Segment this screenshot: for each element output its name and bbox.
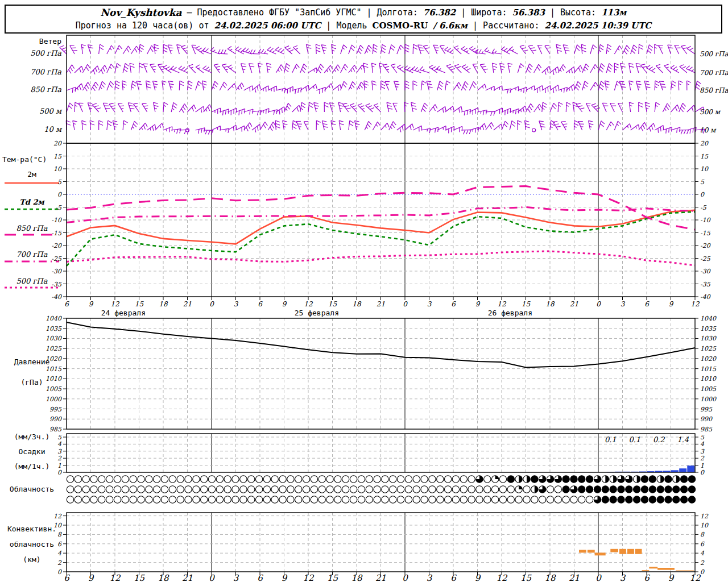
- svg-text:10: 10: [53, 522, 62, 529]
- svg-text:6: 6: [644, 300, 650, 308]
- meteogram-chart: 2020151510105500-5-5-10-10-15-15-20-20-2…: [0, 0, 728, 582]
- svg-text:15: 15: [134, 573, 146, 582]
- svg-text:700 гПа: 700 гПа: [700, 69, 728, 77]
- svg-text:-10: -10: [51, 217, 62, 224]
- svg-text:6: 6: [57, 541, 62, 548]
- svg-text:21: 21: [183, 300, 192, 308]
- svg-text:-30: -30: [700, 268, 711, 275]
- svg-text:12: 12: [690, 300, 700, 308]
- svg-text:12: 12: [497, 300, 507, 308]
- svg-text:0: 0: [595, 573, 602, 582]
- svg-text:1015: 1015: [700, 365, 717, 373]
- svg-text:0: 0: [700, 568, 705, 576]
- svg-text:-25: -25: [51, 255, 62, 263]
- svg-text:10: 10: [700, 522, 709, 529]
- svg-text:6: 6: [64, 300, 69, 308]
- svg-text:6: 6: [451, 300, 456, 308]
- svg-text:6: 6: [644, 573, 650, 582]
- svg-text:0: 0: [209, 573, 215, 582]
- svg-text:3: 3: [620, 573, 626, 582]
- svg-text:1.4: 1.4: [677, 435, 689, 444]
- svg-text:0: 0: [402, 573, 408, 582]
- svg-text:0: 0: [700, 469, 705, 476]
- svg-text:-35: -35: [700, 281, 711, 288]
- svg-text:500 м: 500 м: [700, 108, 721, 116]
- svg-text:-30: -30: [51, 268, 62, 275]
- svg-text:1040: 1040: [700, 315, 717, 322]
- svg-text:995: 995: [700, 406, 713, 413]
- svg-text:9: 9: [475, 573, 481, 582]
- svg-text:985: 985: [700, 426, 713, 433]
- svg-text:15: 15: [53, 153, 62, 160]
- svg-text:5: 5: [700, 434, 705, 441]
- svg-text:9: 9: [475, 300, 481, 308]
- svg-text:9: 9: [88, 573, 94, 582]
- svg-text:9: 9: [282, 573, 288, 582]
- svg-text:1010: 1010: [46, 375, 62, 383]
- svg-text:1030: 1030: [700, 335, 717, 342]
- svg-text:0: 0: [700, 191, 705, 198]
- svg-text:500 гПа: 500 гПа: [700, 50, 728, 58]
- svg-text:15: 15: [327, 573, 339, 582]
- svg-text:3: 3: [700, 448, 705, 455]
- svg-text:1020: 1020: [700, 355, 717, 363]
- svg-text:2: 2: [700, 559, 705, 567]
- svg-text:12: 12: [689, 573, 701, 582]
- svg-text:-40: -40: [51, 293, 62, 301]
- svg-text:4: 4: [700, 440, 705, 448]
- svg-text:-10: -10: [700, 217, 711, 224]
- svg-text:1000: 1000: [46, 396, 62, 403]
- svg-text:-20: -20: [700, 242, 711, 250]
- svg-text:0.2: 0.2: [653, 435, 665, 444]
- svg-text:12: 12: [304, 300, 313, 308]
- svg-text:-40: -40: [700, 293, 711, 301]
- svg-text:1035: 1035: [700, 325, 717, 332]
- svg-text:2: 2: [57, 559, 62, 567]
- svg-text:15: 15: [328, 300, 338, 308]
- svg-text:21: 21: [375, 573, 386, 582]
- svg-text:1005: 1005: [700, 385, 717, 393]
- svg-text:3: 3: [427, 573, 433, 582]
- svg-text:12: 12: [303, 573, 315, 582]
- svg-text:1025: 1025: [46, 345, 62, 352]
- svg-text:0: 0: [209, 300, 214, 308]
- svg-text:1015: 1015: [46, 365, 62, 373]
- svg-text:4: 4: [700, 550, 705, 557]
- svg-text:3: 3: [57, 448, 62, 455]
- svg-text:1010: 1010: [700, 375, 717, 383]
- svg-text:6: 6: [450, 573, 457, 582]
- svg-text:0.1: 0.1: [605, 435, 617, 444]
- svg-text:21: 21: [570, 300, 578, 308]
- svg-text:2: 2: [57, 455, 62, 462]
- svg-text:8: 8: [57, 531, 62, 538]
- svg-text:0: 0: [596, 300, 601, 308]
- svg-text:18: 18: [158, 573, 169, 582]
- svg-text:12: 12: [53, 513, 62, 520]
- svg-text:3: 3: [427, 300, 432, 308]
- svg-text:850 гПа: 850 гПа: [700, 86, 728, 94]
- svg-text:26 февраля: 26 февраля: [488, 309, 532, 317]
- svg-text:6: 6: [258, 300, 263, 308]
- svg-text:0: 0: [57, 469, 62, 476]
- svg-text:1: 1: [700, 462, 704, 469]
- svg-text:-35: -35: [51, 281, 62, 288]
- svg-text:1: 1: [57, 462, 61, 469]
- svg-text:15: 15: [522, 300, 531, 308]
- svg-text:15: 15: [520, 573, 532, 582]
- svg-text:985: 985: [49, 426, 62, 433]
- svg-text:0.1: 0.1: [628, 435, 640, 444]
- svg-text:18: 18: [352, 300, 362, 308]
- svg-text:15: 15: [700, 153, 709, 160]
- svg-text:1040: 1040: [46, 315, 62, 322]
- svg-text:10: 10: [53, 165, 62, 173]
- svg-text:0: 0: [403, 300, 408, 308]
- svg-text:4: 4: [57, 550, 62, 557]
- svg-text:24 февраля: 24 февраля: [101, 309, 146, 317]
- svg-text:20: 20: [53, 140, 62, 147]
- svg-text:3: 3: [621, 300, 626, 308]
- svg-text:18: 18: [351, 573, 363, 582]
- svg-text:990: 990: [49, 415, 62, 423]
- svg-text:1000: 1000: [700, 396, 717, 403]
- svg-text:9: 9: [668, 573, 675, 582]
- svg-text:10: 10: [700, 165, 709, 173]
